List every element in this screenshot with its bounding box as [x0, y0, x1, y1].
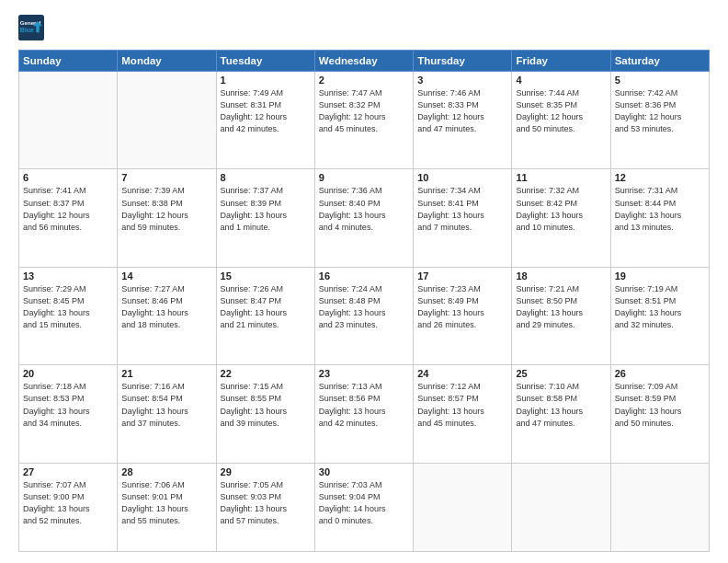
day-number: 13 [23, 270, 113, 282]
day-number: 17 [417, 270, 507, 282]
calendar-cell: 8Sunrise: 7:37 AM Sunset: 8:39 PM Daylig… [216, 169, 314, 267]
day-number: 11 [516, 172, 606, 183]
day-info: Sunrise: 7:03 AM Sunset: 9:04 PM Dayligh… [319, 479, 409, 527]
calendar-cell: 20Sunrise: 7:18 AM Sunset: 8:53 PM Dayli… [19, 365, 118, 463]
day-number: 26 [615, 368, 705, 379]
calendar-cell: 10Sunrise: 7:34 AM Sunset: 8:41 PM Dayli… [414, 169, 512, 267]
day-number: 21 [121, 368, 211, 379]
day-info: Sunrise: 7:06 AM Sunset: 9:01 PM Dayligh… [121, 479, 211, 527]
calendar-cell: 15Sunrise: 7:26 AM Sunset: 8:47 PM Dayli… [216, 267, 314, 364]
calendar-cell: 16Sunrise: 7:24 AM Sunset: 8:48 PM Dayli… [314, 267, 413, 364]
calendar-cell: 14Sunrise: 7:27 AM Sunset: 8:46 PM Dayli… [118, 267, 216, 364]
day-info: Sunrise: 7:12 AM Sunset: 8:57 PM Dayligh… [417, 381, 507, 429]
calendar-cell [610, 463, 709, 551]
day-number: 22 [221, 368, 311, 379]
calendar-cell: 21Sunrise: 7:16 AM Sunset: 8:54 PM Dayli… [118, 365, 216, 463]
day-info: Sunrise: 7:15 AM Sunset: 8:55 PM Dayligh… [221, 381, 311, 429]
day-info: Sunrise: 7:13 AM Sunset: 8:56 PM Dayligh… [319, 381, 409, 429]
day-info: Sunrise: 7:24 AM Sunset: 8:48 PM Dayligh… [319, 283, 409, 331]
day-number: 30 [319, 466, 409, 477]
calendar-cell: 7Sunrise: 7:39 AM Sunset: 8:38 PM Daylig… [118, 169, 216, 267]
logo-icon: General Blue [18, 15, 44, 40]
calendar-cell: 22Sunrise: 7:15 AM Sunset: 8:55 PM Dayli… [216, 365, 314, 463]
day-info: Sunrise: 7:07 AM Sunset: 9:00 PM Dayligh… [23, 479, 113, 527]
calendar-week-5: 27Sunrise: 7:07 AM Sunset: 9:00 PM Dayli… [19, 463, 710, 551]
calendar-week-4: 20Sunrise: 7:18 AM Sunset: 8:53 PM Dayli… [19, 365, 710, 463]
day-info: Sunrise: 7:10 AM Sunset: 8:58 PM Dayligh… [516, 381, 606, 429]
day-number: 27 [23, 466, 113, 477]
calendar-cell [118, 72, 216, 169]
day-info: Sunrise: 7:49 AM Sunset: 8:31 PM Dayligh… [221, 87, 311, 135]
day-info: Sunrise: 7:19 AM Sunset: 8:51 PM Dayligh… [615, 283, 705, 331]
day-info: Sunrise: 7:42 AM Sunset: 8:36 PM Dayligh… [615, 87, 705, 135]
calendar-cell: 26Sunrise: 7:09 AM Sunset: 8:59 PM Dayli… [610, 365, 709, 463]
day-info: Sunrise: 7:29 AM Sunset: 8:45 PM Dayligh… [23, 283, 113, 331]
day-number: 12 [615, 172, 705, 183]
day-number: 3 [417, 75, 507, 86]
calendar-week-3: 13Sunrise: 7:29 AM Sunset: 8:45 PM Dayli… [19, 267, 710, 364]
weekday-header-monday: Monday [118, 51, 216, 72]
calendar-cell [19, 72, 118, 169]
day-number: 20 [23, 368, 113, 379]
day-number: 28 [121, 466, 211, 477]
header: General Blue [18, 15, 710, 40]
day-number: 1 [221, 75, 311, 86]
day-info: Sunrise: 7:44 AM Sunset: 8:35 PM Dayligh… [516, 87, 606, 135]
day-number: 14 [121, 270, 211, 282]
weekday-header-sunday: Sunday [19, 51, 118, 72]
day-number: 25 [516, 368, 606, 379]
day-info: Sunrise: 7:36 AM Sunset: 8:40 PM Dayligh… [319, 185, 409, 233]
day-number: 16 [319, 270, 409, 282]
day-number: 9 [319, 172, 409, 183]
day-info: Sunrise: 7:47 AM Sunset: 8:32 PM Dayligh… [319, 87, 409, 135]
calendar-cell: 24Sunrise: 7:12 AM Sunset: 8:57 PM Dayli… [414, 365, 512, 463]
day-number: 24 [417, 368, 507, 379]
calendar-cell: 6Sunrise: 7:41 AM Sunset: 8:37 PM Daylig… [19, 169, 118, 267]
day-number: 23 [319, 368, 409, 379]
calendar-cell: 2Sunrise: 7:47 AM Sunset: 8:32 PM Daylig… [314, 72, 413, 169]
calendar-cell [414, 463, 512, 551]
calendar-table: SundayMondayTuesdayWednesdayThursdayFrid… [18, 50, 710, 552]
day-info: Sunrise: 7:26 AM Sunset: 8:47 PM Dayligh… [221, 283, 311, 331]
calendar-header: SundayMondayTuesdayWednesdayThursdayFrid… [19, 51, 710, 72]
day-info: Sunrise: 7:27 AM Sunset: 8:46 PM Dayligh… [121, 283, 211, 331]
day-number: 2 [319, 75, 409, 86]
calendar-cell: 3Sunrise: 7:46 AM Sunset: 8:33 PM Daylig… [414, 72, 512, 169]
calendar-cell: 13Sunrise: 7:29 AM Sunset: 8:45 PM Dayli… [19, 267, 118, 364]
day-info: Sunrise: 7:09 AM Sunset: 8:59 PM Dayligh… [615, 381, 705, 429]
day-number: 19 [615, 270, 705, 282]
day-number: 18 [516, 270, 606, 282]
calendar-cell [512, 463, 610, 551]
weekday-header-saturday: Saturday [610, 51, 709, 72]
calendar-cell: 29Sunrise: 7:05 AM Sunset: 9:03 PM Dayli… [216, 463, 314, 551]
day-info: Sunrise: 7:31 AM Sunset: 8:44 PM Dayligh… [615, 185, 705, 233]
calendar-cell: 27Sunrise: 7:07 AM Sunset: 9:00 PM Dayli… [19, 463, 118, 551]
calendar-cell: 9Sunrise: 7:36 AM Sunset: 8:40 PM Daylig… [314, 169, 413, 267]
calendar-week-1: 1Sunrise: 7:49 AM Sunset: 8:31 PM Daylig… [19, 72, 710, 169]
day-info: Sunrise: 7:05 AM Sunset: 9:03 PM Dayligh… [221, 479, 311, 527]
calendar-cell: 28Sunrise: 7:06 AM Sunset: 9:01 PM Dayli… [118, 463, 216, 551]
calendar-cell: 17Sunrise: 7:23 AM Sunset: 8:49 PM Dayli… [414, 267, 512, 364]
calendar-cell: 30Sunrise: 7:03 AM Sunset: 9:04 PM Dayli… [314, 463, 413, 551]
day-number: 7 [121, 172, 211, 183]
weekday-header-thursday: Thursday [414, 51, 512, 72]
weekday-header-wednesday: Wednesday [314, 51, 413, 72]
calendar-cell: 12Sunrise: 7:31 AM Sunset: 8:44 PM Dayli… [610, 169, 709, 267]
day-number: 8 [221, 172, 311, 183]
calendar-cell: 5Sunrise: 7:42 AM Sunset: 8:36 PM Daylig… [610, 72, 709, 169]
svg-text:Blue: Blue [20, 27, 34, 33]
weekday-header-tuesday: Tuesday [216, 51, 314, 72]
day-info: Sunrise: 7:39 AM Sunset: 8:38 PM Dayligh… [121, 185, 211, 233]
calendar-cell: 19Sunrise: 7:19 AM Sunset: 8:51 PM Dayli… [610, 267, 709, 364]
calendar-cell: 1Sunrise: 7:49 AM Sunset: 8:31 PM Daylig… [216, 72, 314, 169]
calendar-cell: 23Sunrise: 7:13 AM Sunset: 8:56 PM Dayli… [314, 365, 413, 463]
day-number: 10 [417, 172, 507, 183]
day-number: 15 [221, 270, 311, 282]
weekday-header-friday: Friday [512, 51, 610, 72]
day-info: Sunrise: 7:32 AM Sunset: 8:42 PM Dayligh… [516, 185, 606, 233]
day-info: Sunrise: 7:34 AM Sunset: 8:41 PM Dayligh… [417, 185, 507, 233]
calendar-body: 1Sunrise: 7:49 AM Sunset: 8:31 PM Daylig… [19, 72, 710, 552]
calendar-cell: 11Sunrise: 7:32 AM Sunset: 8:42 PM Dayli… [512, 169, 610, 267]
day-info: Sunrise: 7:46 AM Sunset: 8:33 PM Dayligh… [417, 87, 507, 135]
day-info: Sunrise: 7:16 AM Sunset: 8:54 PM Dayligh… [121, 381, 211, 429]
